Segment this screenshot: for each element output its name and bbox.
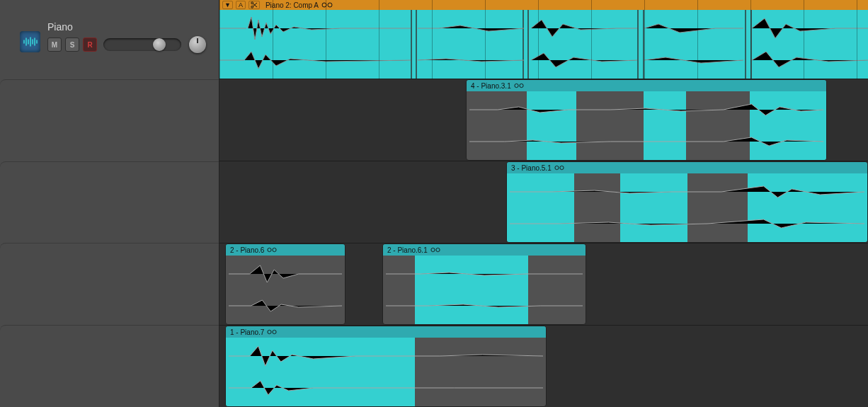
svg-point-15 xyxy=(555,166,559,169)
region-header[interactable]: 3 - Piano.5.1 xyxy=(507,162,867,173)
waveform xyxy=(229,261,342,287)
svg-point-20 xyxy=(436,248,440,251)
pan-knob[interactable] xyxy=(189,36,206,53)
svg-line-9 xyxy=(253,4,257,7)
take-lane-row-2[interactable] xyxy=(0,161,219,243)
region-label: 3 - Piano.5.1 xyxy=(511,164,552,172)
region-label: 2 - Piano.6.1 xyxy=(387,246,428,254)
region-header[interactable]: 2 - Piano.6 xyxy=(226,244,345,256)
comp-lane[interactable] xyxy=(219,10,868,79)
volume-thumb[interactable] xyxy=(153,38,166,51)
comp-region-header[interactable]: ▼ A Piano 2: Comp A xyxy=(219,0,868,10)
disclosure-button[interactable]: ▼ xyxy=(222,1,233,9)
region-piano-6[interactable]: 2 - Piano.6 xyxy=(225,243,346,325)
region-label: 2 - Piano.6 xyxy=(230,246,264,254)
svg-point-19 xyxy=(431,248,435,251)
waveform xyxy=(219,46,868,74)
svg-point-13 xyxy=(515,84,518,87)
region-piano-3-1[interactable]: 4 - Piano.3.1 xyxy=(466,79,827,161)
take-lane-row-4[interactable] xyxy=(0,325,219,407)
mute-button[interactable]: M xyxy=(47,38,62,52)
svg-line-10 xyxy=(253,3,257,6)
audio-waveform-icon xyxy=(20,31,40,52)
loop-icon xyxy=(514,82,524,89)
track-header-piano[interactable]: Piano M S R xyxy=(0,0,219,79)
waveform xyxy=(219,14,868,42)
solo-button[interactable]: S xyxy=(65,38,79,52)
loop-icon xyxy=(430,246,440,253)
region-header[interactable]: 4 - Piano.3.1 xyxy=(467,80,826,91)
take-lane-1[interactable]: 4 - Piano.3.1 xyxy=(219,79,868,161)
arrange-area[interactable]: ▼ A Piano 2: Comp A xyxy=(219,0,868,407)
svg-point-14 xyxy=(520,84,523,87)
svg-point-16 xyxy=(560,166,564,169)
region-label: 1 - Piano.7 xyxy=(230,328,264,336)
track-header-controls: Piano M S R xyxy=(47,21,206,53)
take-lane-3[interactable]: 2 - Piano.6 2 - Piano.6.1 xyxy=(219,243,868,326)
svg-point-12 xyxy=(328,3,332,7)
scissors-icon[interactable] xyxy=(249,1,260,9)
volume-slider[interactable] xyxy=(103,38,181,51)
take-lane-row-3[interactable] xyxy=(0,243,219,325)
quick-swipe-a-button[interactable]: A xyxy=(236,1,246,9)
loop-icon xyxy=(267,328,277,336)
svg-point-21 xyxy=(268,330,271,333)
svg-point-18 xyxy=(273,248,276,251)
loop-icon xyxy=(267,246,277,253)
region-piano-6-1[interactable]: 2 - Piano.6.1 xyxy=(382,243,586,325)
region-header[interactable]: 1 - Piano.7 xyxy=(226,326,546,338)
region-piano-5-1[interactable]: 3 - Piano.5.1 xyxy=(506,161,868,243)
take-lane-2[interactable]: 3 - Piano.5.1 xyxy=(219,161,868,243)
loop-icon xyxy=(321,1,333,8)
region-piano-7[interactable]: 1 - Piano.7 xyxy=(225,326,547,407)
region-label: 4 - Piano.3.1 xyxy=(471,82,511,90)
record-enable-button[interactable]: R xyxy=(83,38,97,52)
loop-icon xyxy=(554,164,564,171)
take-lane-4[interactable]: 1 - Piano.7 xyxy=(219,326,868,407)
svg-point-11 xyxy=(322,3,326,7)
track-list-sidebar: Piano M S R xyxy=(0,0,219,407)
region-header[interactable]: 2 - Piano.6.1 xyxy=(383,244,586,256)
svg-point-22 xyxy=(273,330,276,333)
svg-point-17 xyxy=(268,248,271,251)
waveform xyxy=(229,293,342,319)
take-lane-row-1[interactable] xyxy=(0,79,219,161)
track-name[interactable]: Piano xyxy=(47,21,206,33)
comp-title: Piano 2: Comp A xyxy=(265,1,319,9)
